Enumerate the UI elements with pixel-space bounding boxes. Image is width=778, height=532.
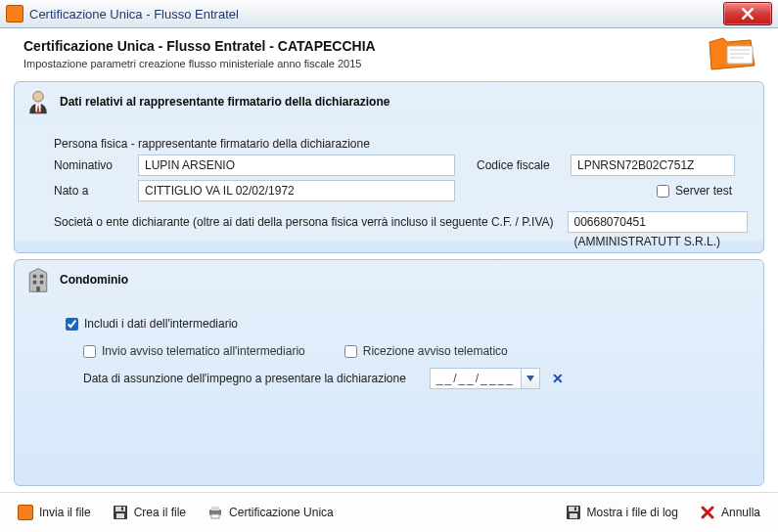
data-assunzione-label: Data di assunzione dell'impegno a presen… bbox=[83, 372, 406, 385]
server-test-checkbox[interactable]: Server test bbox=[657, 184, 732, 198]
group-firmatario-header: Dati relativi al rappresentante firmatar… bbox=[15, 82, 763, 125]
societa-label: Società o ente dichiarante (oltre ai dat… bbox=[54, 215, 554, 229]
svg-rect-7 bbox=[36, 287, 40, 291]
includi-intermediario-checkbox[interactable]: Includi i dati dell'intermediario bbox=[66, 317, 238, 331]
nominativo-label: Nominativo bbox=[54, 158, 130, 172]
data-assunzione-field[interactable]: __/__/____ bbox=[430, 368, 540, 389]
close-icon bbox=[742, 8, 754, 20]
mostra-log-button[interactable]: Mostra i file di log bbox=[566, 505, 678, 520]
page-title: Certificazione Unica - Flusso Entratel -… bbox=[23, 38, 760, 54]
svg-rect-11 bbox=[121, 508, 123, 511]
svg-rect-10 bbox=[116, 513, 124, 518]
invio-avviso-checkbox[interactable]: Invio avviso telematico all'intermediari… bbox=[83, 344, 305, 358]
page-subtitle: Impostazione parametri creazione flusso … bbox=[23, 58, 760, 69]
svg-rect-0 bbox=[727, 46, 753, 64]
societa-field[interactable]: 00668070451 (AMMINISTRATUTT S.R.L.) bbox=[568, 211, 749, 233]
send-file-icon bbox=[18, 505, 33, 520]
svg-rect-13 bbox=[211, 507, 219, 510]
printer-icon bbox=[207, 505, 223, 520]
date-dropdown-button[interactable] bbox=[521, 369, 539, 388]
person-icon bbox=[24, 88, 52, 115]
footer-toolbar: Invia il file Crea il file Certificazion… bbox=[0, 492, 778, 532]
svg-rect-6 bbox=[40, 281, 44, 285]
persona-label: Persona fisica - rappresentante firmatar… bbox=[54, 137, 370, 151]
annulla-button[interactable]: Annulla bbox=[700, 505, 760, 520]
building-icon bbox=[24, 266, 52, 293]
cancel-icon bbox=[700, 505, 715, 520]
group-condominio-header: Condominio bbox=[15, 260, 763, 303]
group-firmatario: Dati relativi al rappresentante firmatar… bbox=[14, 81, 764, 253]
log-save-icon bbox=[566, 505, 581, 520]
ricezione-avviso-label: Ricezione avviso telematico bbox=[363, 344, 508, 358]
codice-fiscale-label: Codice fiscale bbox=[477, 158, 563, 172]
crea-file-button[interactable]: Crea il file bbox=[113, 505, 186, 520]
natoa-field[interactable]: CITTIGLIO VA IL 02/02/1972 bbox=[138, 180, 455, 201]
invio-avviso-input[interactable] bbox=[83, 345, 96, 358]
save-icon bbox=[113, 505, 128, 520]
mostra-log-label: Mostra i file di log bbox=[587, 506, 678, 519]
natoa-label: Nato a bbox=[54, 184, 130, 198]
svg-rect-16 bbox=[569, 507, 578, 511]
ricezione-avviso-checkbox[interactable]: Ricezione avviso telematico bbox=[344, 344, 508, 358]
titlebar: Certificazione Unica - Flusso Entratel bbox=[0, 0, 778, 28]
invia-file-label: Invia il file bbox=[39, 506, 91, 519]
group-condominio: Condominio Includi i dati dell'intermedi… bbox=[14, 259, 764, 486]
includi-intermediario-label: Includi i dati dell'intermediario bbox=[84, 317, 238, 331]
svg-rect-5 bbox=[33, 281, 37, 285]
window-title: Certificazione Unica - Flusso Entratel bbox=[29, 7, 239, 22]
group-firmatario-title: Dati relativi al rappresentante firmatar… bbox=[60, 95, 389, 109]
svg-rect-9 bbox=[115, 507, 125, 511]
crea-file-label: Crea il file bbox=[134, 506, 186, 519]
page-header: Certificazione Unica - Flusso Entratel -… bbox=[0, 28, 778, 75]
invio-avviso-label: Invio avviso telematico all'intermediari… bbox=[102, 344, 305, 358]
group-condominio-title: Condominio bbox=[60, 273, 128, 287]
app-icon bbox=[6, 5, 23, 22]
svg-rect-17 bbox=[570, 513, 577, 518]
invia-file-button[interactable]: Invia il file bbox=[18, 505, 91, 520]
nominativo-field[interactable]: LUPIN ARSENIO bbox=[138, 155, 455, 176]
svg-rect-18 bbox=[574, 508, 576, 511]
data-assunzione-value: __/__/____ bbox=[431, 372, 521, 385]
codice-fiscale-field[interactable]: LPNRSN72B02C751Z bbox=[571, 155, 735, 176]
svg-rect-3 bbox=[33, 275, 37, 279]
svg-rect-14 bbox=[211, 514, 219, 518]
certificazione-unica-button[interactable]: Certificazione Unica bbox=[207, 505, 334, 520]
header-folder-icon bbox=[706, 32, 756, 71]
svg-rect-4 bbox=[40, 275, 44, 279]
server-test-label: Server test bbox=[675, 184, 732, 198]
includi-intermediario-input[interactable] bbox=[66, 318, 78, 331]
clear-date-button[interactable]: ✕ bbox=[552, 371, 564, 386]
server-test-checkbox-input[interactable] bbox=[657, 185, 669, 198]
svg-point-1 bbox=[33, 92, 44, 103]
window-close-button[interactable] bbox=[723, 2, 772, 25]
chevron-down-icon bbox=[526, 376, 534, 381]
certificazione-unica-label: Certificazione Unica bbox=[229, 506, 334, 519]
ricezione-avviso-input[interactable] bbox=[344, 345, 357, 358]
annulla-label: Annulla bbox=[721, 506, 760, 519]
